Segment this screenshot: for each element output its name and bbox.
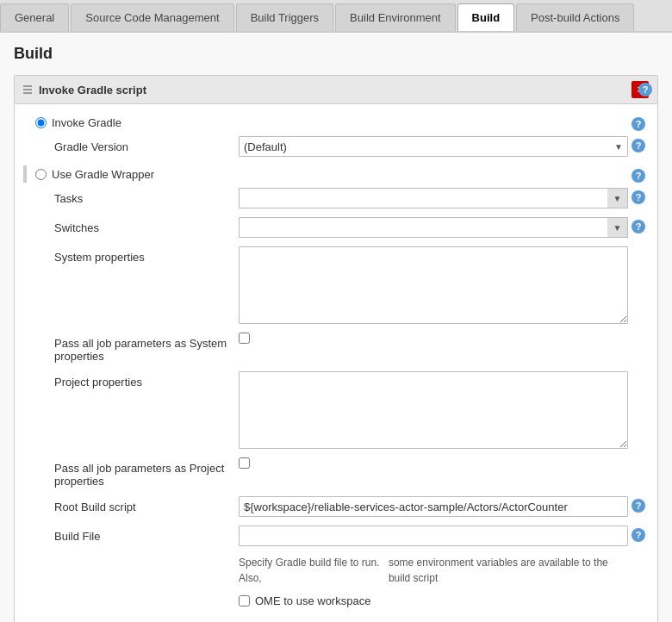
tab-source-code-management[interactable]: Source Code Management — [71, 3, 233, 31]
env-vars-link[interactable]: some environment variables are available… — [389, 555, 628, 586]
invoke-gradle-section: Invoke Gradle script × ? Invoke Gradle ? — [14, 75, 658, 622]
info-text-row: Specify Gradle build file to run. Also, … — [23, 555, 649, 586]
workspace-checkbox-label: OME to use workspace — [255, 594, 370, 607]
system-properties-label: System properties — [23, 246, 239, 264]
switches-input[interactable] — [239, 217, 607, 238]
use-gradle-wrapper-radio-row: Use Gradle Wrapper — [35, 168, 628, 181]
tasks-control: ▼ — [239, 188, 628, 208]
pass-system-props-help — [628, 333, 649, 335]
pass-project-props-control — [239, 457, 628, 469]
gradle-version-label: Gradle Version — [23, 136, 239, 153]
section-help-icon[interactable]: ? — [638, 83, 652, 96]
project-properties-control — [239, 371, 628, 449]
invoke-gradle-radio-row: Invoke Gradle — [35, 116, 628, 129]
gradle-version-select[interactable]: (Default) — [239, 136, 628, 157]
section-header: Invoke Gradle script × — [15, 76, 657, 104]
build-file-input[interactable] — [239, 526, 628, 546]
tab-general[interactable]: General — [0, 3, 69, 31]
drag-handle[interactable] — [23, 85, 32, 94]
switches-label: Switches — [23, 217, 239, 234]
tab-build-environment[interactable]: Build Environment — [335, 3, 456, 31]
pass-project-props-label: Pass all job parameters as Project prope… — [23, 457, 239, 488]
pass-system-props-control — [239, 333, 628, 344]
info-spacer — [23, 555, 239, 559]
switches-row: Switches ▼ ? — [23, 217, 649, 238]
use-gradle-wrapper-help[interactable]: ? — [628, 166, 649, 183]
root-build-script-input[interactable] — [239, 496, 628, 517]
invoke-gradle-label: Invoke Gradle — [52, 116, 121, 129]
root-build-script-help[interactable]: ? — [628, 496, 649, 513]
system-properties-help — [628, 246, 649, 249]
root-build-script-label: Root Build script — [23, 496, 239, 513]
tab-build-triggers[interactable]: Build Triggers — [236, 3, 333, 31]
pass-system-props-checkbox[interactable] — [239, 333, 250, 344]
tasks-row: Tasks ▼ ? — [23, 188, 649, 208]
switches-control: ▼ — [239, 217, 628, 238]
workspace-checkbox[interactable] — [239, 595, 250, 606]
build-file-control — [239, 526, 628, 546]
invoke-gradle-radio[interactable] — [35, 117, 47, 128]
build-file-label: Build File — [23, 526, 239, 543]
workspace-row: OME to use workspace — [23, 594, 649, 607]
project-properties-textarea[interactable] — [239, 371, 628, 449]
pass-system-props-row: Pass all job parameters as System proper… — [23, 333, 649, 363]
tab-post-build-actions[interactable]: Post-build Actions — [516, 3, 634, 31]
project-properties-label: Project properties — [23, 371, 239, 389]
project-properties-row: Project properties — [23, 371, 649, 449]
tasks-label: Tasks — [23, 188, 239, 205]
system-properties-textarea[interactable] — [239, 246, 628, 324]
system-properties-row: System properties — [23, 246, 649, 324]
pass-project-props-row: Pass all job parameters as Project prope… — [23, 457, 649, 488]
tab-build[interactable]: Build — [457, 3, 515, 31]
gradle-version-select-wrapper: (Default) — [239, 136, 628, 157]
pass-system-props-label: Pass all job parameters as System proper… — [23, 333, 239, 363]
section-body: ? Invoke Gradle ? Gradle Version — [15, 104, 657, 622]
page-title: Build — [14, 45, 658, 63]
switches-dropdown-button[interactable]: ▼ — [607, 217, 628, 238]
info-text: Specify Gradle build file to run. Also, — [239, 555, 385, 586]
root-build-script-row: Root Build script ? — [23, 496, 649, 517]
pass-project-props-help — [628, 457, 649, 460]
build-file-help[interactable]: ? — [628, 526, 649, 542]
use-gradle-wrapper-radio[interactable] — [35, 169, 47, 180]
tasks-input[interactable] — [239, 188, 607, 208]
workspace-spacer — [23, 594, 239, 599]
invoke-gradle-help[interactable]: ? — [628, 115, 649, 131]
gradle-version-row: Gradle Version (Default) ? — [23, 136, 649, 157]
gradle-version-help[interactable]: ? — [628, 136, 649, 152]
build-file-row: Build File ? — [23, 526, 649, 546]
system-properties-control — [239, 246, 628, 324]
root-build-script-control — [239, 496, 628, 517]
pass-project-props-checkbox[interactable] — [239, 457, 250, 469]
switches-help[interactable]: ? — [628, 217, 649, 233]
section-title: Invoke Gradle script — [39, 84, 632, 96]
use-gradle-wrapper-label: Use Gradle Wrapper — [52, 168, 154, 181]
info-help — [628, 555, 649, 557]
info-text-container: Specify Gradle build file to run. Also, … — [239, 555, 628, 586]
page-content: Build Invoke Gradle script × ? Invoke Gr… — [0, 33, 672, 622]
project-properties-help — [628, 371, 649, 374]
tasks-dropdown-button[interactable]: ▼ — [607, 188, 628, 208]
tasks-help[interactable]: ? — [628, 188, 649, 204]
tabs-bar: General Source Code Management Build Tri… — [0, 0, 672, 33]
workspace-control: OME to use workspace — [239, 594, 649, 607]
gradle-version-control: (Default) — [239, 136, 628, 157]
